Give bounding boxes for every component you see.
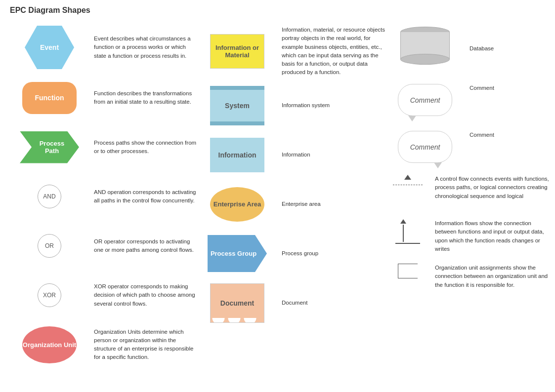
info-flow-shape-container — [385, 219, 430, 244]
event-shape-container: Event — [10, 26, 89, 69]
document-desc: Document — [282, 299, 385, 307]
event-desc: Event describes what circumstances a fun… — [94, 35, 198, 60]
system-desc: Information system — [282, 101, 385, 110]
event-row: Event Event describes what circumstances… — [10, 22, 198, 73]
system-shape: System — [210, 86, 264, 125]
org-flow-shape — [398, 264, 418, 278]
comment2-label: Comment — [410, 143, 440, 151]
enterprise-label: Enterprise Area — [213, 200, 261, 208]
info-material-label: Information or Material — [211, 44, 264, 59]
function-label: Function — [35, 94, 64, 102]
or-shape-container: OR — [10, 234, 89, 258]
document-shape-el: Document — [210, 283, 264, 323]
xor-label: XOR — [43, 292, 56, 299]
process-path-label: Process Path — [35, 140, 69, 155]
xor-desc: XOR operator corresponds to making decis… — [94, 282, 198, 308]
column-3: Database Comment Comment Comment Comment — [385, 22, 550, 369]
enterprise-shape-container: Enterprise Area — [198, 187, 277, 222]
process-group-shape-container: Process Group — [198, 235, 277, 272]
control-flow-arrow — [404, 175, 411, 180]
control-flow-row: A control flow connects events with func… — [385, 170, 550, 214]
comment1-shape: Comment — [398, 84, 452, 116]
xor-shape: XOR — [38, 283, 61, 307]
org-unit-row: Organization Unit Organization Units det… — [10, 320, 198, 369]
org-flow-desc: Organization unit assignments show the c… — [435, 264, 550, 289]
function-shape-container: Function — [10, 82, 89, 114]
information-shape-container: Information — [198, 138, 277, 172]
column-1: Event Event describes what circumstances… — [10, 22, 198, 369]
comment2-shape-container: Comment — [385, 131, 465, 163]
control-flow-shape — [393, 175, 423, 185]
org-flow-row: Organization unit assignments show the c… — [385, 259, 550, 303]
comment2-shape: Comment — [398, 131, 452, 163]
information-row: Information Information — [198, 130, 385, 180]
process-group-desc: Process group — [282, 249, 385, 258]
and-desc: AND operation corresponds to activating … — [94, 188, 198, 205]
enterprise-row: Enterprise Area Enterprise area — [198, 180, 385, 229]
info-material-desc: Information, material, or resource objec… — [282, 26, 385, 77]
process-group-shape: Process Group — [208, 235, 267, 272]
comment1-label: Comment — [410, 96, 440, 104]
and-row: AND AND operation corresponds to activat… — [10, 172, 198, 221]
database-row: Database — [385, 22, 550, 76]
document-row: Document Document — [198, 278, 385, 328]
and-shape: AND — [38, 185, 61, 208]
or-row: OR OR operator corresponds to activating… — [10, 221, 198, 271]
system-shape-container: System — [198, 86, 277, 125]
event-label: Event — [40, 43, 59, 51]
db-bottom — [400, 54, 450, 65]
info-flow-row: Information flows show the connection be… — [385, 214, 550, 259]
information-shape: Information — [210, 138, 264, 172]
comment1-shape-container: Comment — [385, 84, 465, 116]
xor-row: XOR XOR operator corresponds to making d… — [10, 271, 198, 320]
process-group-label: Process Group — [211, 250, 256, 257]
comment1-row: Comment Comment — [385, 76, 550, 123]
page-title: EPC Diagram Shapes — [0, 0, 555, 17]
xor-shape-container: XOR — [10, 283, 89, 307]
system-row: System Information system — [198, 81, 385, 130]
process-group-row: Process Group Process group — [198, 229, 385, 278]
process-path-shape: Process Path — [20, 131, 79, 163]
document-shape-container: Document — [198, 283, 277, 323]
event-shape: Event — [25, 26, 74, 69]
column-2: Information or Material Information, mat… — [198, 22, 385, 369]
document-label: Document — [220, 299, 254, 307]
info-flow-shape — [395, 219, 420, 244]
control-flow-desc: A control flow connects events with func… — [435, 175, 550, 200]
org-unit-shape: Organization Unit — [22, 326, 77, 363]
information-desc: Information — [282, 151, 385, 159]
function-desc: Function describes the transformations f… — [94, 89, 198, 107]
and-shape-container: AND — [10, 185, 89, 208]
enterprise-shape: Enterprise Area — [210, 187, 264, 222]
enterprise-desc: Enterprise area — [282, 200, 385, 208]
function-row: Function Function describes the transfor… — [10, 73, 198, 122]
comment2-desc: Comment — [470, 131, 550, 139]
control-flow-line — [393, 185, 423, 185]
and-label: AND — [43, 193, 55, 200]
info-flow-vline — [403, 225, 404, 242]
database-shape-container — [385, 27, 465, 71]
info-flow-hline — [395, 243, 420, 244]
process-path-desc: Process paths show the connection from o… — [94, 139, 198, 156]
info-flow-arrow — [400, 219, 406, 224]
function-shape: Function — [22, 82, 77, 114]
or-label: OR — [45, 242, 54, 249]
comment1-desc: Comment — [470, 84, 550, 92]
or-desc: OR operator corresponds to activating on… — [94, 237, 198, 255]
info-material-shape-container: Information or Material — [198, 34, 277, 69]
system-label: System — [225, 102, 250, 110]
process-path-shape-container: Process Path — [10, 131, 89, 163]
information-label: Information — [218, 151, 256, 159]
or-shape: OR — [38, 234, 61, 258]
info-flow-desc: Information flows show the connection be… — [435, 219, 550, 253]
database-desc: Database — [470, 44, 550, 53]
org-unit-label: Organization Unit — [23, 341, 76, 349]
control-flow-shape-container — [385, 175, 430, 185]
org-flow-bracket — [398, 264, 418, 278]
process-path-row: Process Path Process paths show the conn… — [10, 122, 198, 172]
org-flow-shape-container — [385, 264, 430, 278]
info-material-shape: Information or Material — [210, 34, 264, 69]
info-material-row: Information or Material Information, mat… — [198, 22, 385, 81]
comment2-row: Comment Comment — [385, 123, 550, 170]
org-unit-desc: Organization Units determine which perso… — [94, 328, 198, 362]
